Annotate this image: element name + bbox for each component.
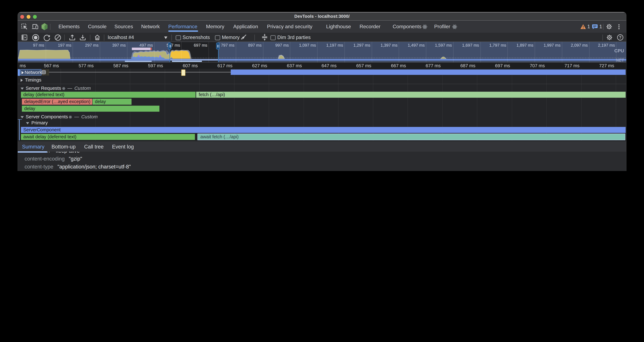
svg-text:?: ? xyxy=(619,35,622,39)
